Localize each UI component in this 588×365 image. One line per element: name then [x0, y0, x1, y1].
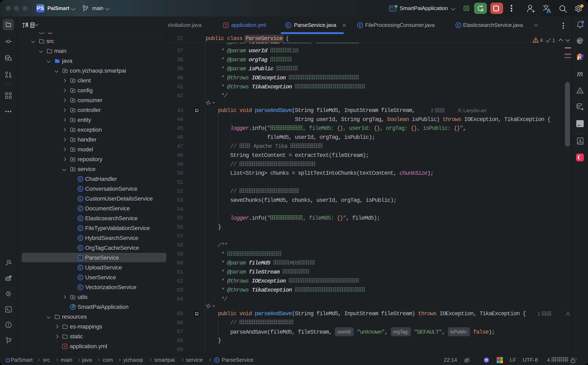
svg-text:C: C [79, 217, 82, 220]
svg-text:C: C [216, 358, 218, 362]
svg-text:C: C [79, 227, 82, 230]
svg-text:C: C [79, 177, 82, 181]
svg-text:C: C [79, 286, 82, 289]
svg-text:C: C [79, 256, 82, 260]
svg-text:C: C [79, 266, 82, 269]
svg-text:C: C [79, 207, 82, 211]
svg-text:C: C [79, 187, 82, 191]
svg-text:C: C [79, 276, 82, 279]
svg-text:A: A [546, 7, 551, 14]
svg-text:A: A [579, 139, 581, 142]
svg-text:C: C [79, 246, 82, 250]
svg-text:C: C [79, 236, 82, 240]
svg-text:Y: Y [64, 345, 66, 348]
svg-text:C: C [79, 197, 82, 201]
